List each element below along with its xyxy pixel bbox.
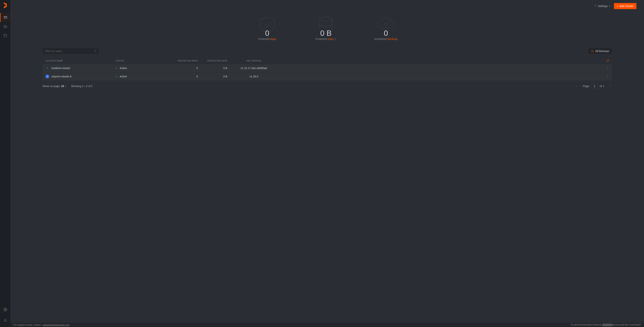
svg-rect-0 xyxy=(4,16,7,18)
status-text: Active xyxy=(120,75,127,78)
col-header-name[interactable]: CLUSTER NAME xyxy=(46,60,116,62)
info-icon[interactable]: ? xyxy=(334,38,336,40)
stat-protected-data: 0 B Protected Data? xyxy=(316,16,336,40)
svg-point-3 xyxy=(5,309,6,310)
stat-label: Protected Data? xyxy=(316,37,336,40)
support-email-link[interactable]: pxbaas@purestorage.com xyxy=(42,324,69,326)
svg-point-6 xyxy=(320,17,332,21)
clusters-table: CLUSTER NAME STATUS PROTECTED APPS PROTE… xyxy=(42,57,612,80)
rows-label: Rows on page: xyxy=(42,85,60,88)
page-header: Settings ▾ + Add Cluster xyxy=(10,0,644,12)
cloud-upload-icon xyxy=(591,49,594,53)
svg-line-8 xyxy=(96,51,96,52)
svg-text:aws: aws xyxy=(46,67,48,68)
more-icon[interactable]: ⋮ xyxy=(606,66,609,70)
page-last-button[interactable]: » xyxy=(610,85,612,88)
database-icon xyxy=(316,16,336,33)
nav-settings[interactable] xyxy=(0,305,10,314)
stat-protected-apps: 0 Protected Apps xyxy=(257,16,278,40)
rows-per-page-select[interactable]: Rows on page: 10 ▾ xyxy=(42,85,66,88)
stat-label: Protected Apps xyxy=(258,37,276,40)
table-row[interactable]: aws testdrive-cluster ✓ Active 0 0 B v1.… xyxy=(42,64,612,72)
table-toolbar: All Backups xyxy=(42,48,612,54)
stat-scheduled-backups: 0 Scheduled Backups xyxy=(374,16,398,40)
settings-label: Settings xyxy=(598,4,608,7)
all-backups-button[interactable]: All Backups xyxy=(588,48,612,54)
stats-row: 0 Protected Apps 0 B Protected Data? 0 S… xyxy=(10,12,644,48)
chevron-down-icon: ▾ xyxy=(609,5,610,7)
refresh-icon[interactable] xyxy=(606,59,609,62)
cell-apps: 0 xyxy=(168,67,198,70)
sidebar-nav xyxy=(0,0,10,327)
filter-search-box[interactable] xyxy=(42,48,99,54)
aws-provider-icon: aws xyxy=(46,66,49,70)
page-first-button[interactable]: « xyxy=(575,85,578,88)
col-header-data[interactable]: PROTECTED DATA xyxy=(198,60,227,62)
chevron-down-icon: ▾ xyxy=(65,85,66,87)
add-cluster-label: Add Cluster xyxy=(620,4,634,7)
redacted-segment: XXXXX xyxy=(602,324,612,326)
page-input[interactable] xyxy=(591,83,598,89)
support-text: For support issues, contact : pxbaas@pur… xyxy=(14,324,69,326)
page-prev-button[interactable]: ‹ xyxy=(580,85,581,88)
cell-version: v1.22.17-eks-a5565ad xyxy=(227,67,280,70)
filter-input[interactable] xyxy=(45,49,94,53)
nav-applications[interactable] xyxy=(0,31,10,40)
logo xyxy=(3,1,8,9)
search-icon xyxy=(94,49,96,53)
cell-version: v1.26.0 xyxy=(227,75,280,78)
more-icon[interactable]: ⋮ xyxy=(606,74,609,78)
col-header-status[interactable]: STATUS xyxy=(116,60,168,62)
nav-backups[interactable] xyxy=(0,22,10,31)
cell-data: 0 B xyxy=(198,67,227,70)
page-total: of 1 xyxy=(600,85,604,88)
svg-point-4 xyxy=(4,319,6,321)
col-header-version[interactable]: K8S VERSION xyxy=(227,60,280,62)
nav-user[interactable] xyxy=(0,316,10,325)
table-header-row: CLUSTER NAME STATUS PROTECTED APPS PROTE… xyxy=(42,57,612,64)
cluster-name: testdrive-cluster xyxy=(52,67,70,70)
shield-check-icon xyxy=(257,16,278,33)
stat-label: Scheduled Backups xyxy=(374,37,398,40)
svg-point-5 xyxy=(595,5,596,6)
k8s-provider-icon xyxy=(46,74,49,78)
add-cluster-button[interactable]: + Add Cluster xyxy=(614,3,636,9)
check-icon: ✓ xyxy=(116,67,118,70)
cell-data: 0 B xyxy=(198,75,227,78)
settings-dropdown[interactable]: Settings ▾ xyxy=(594,4,610,7)
svg-point-7 xyxy=(94,50,96,51)
svg-point-11 xyxy=(47,76,48,77)
showing-text: Showing 1—2 of 2 xyxy=(71,85,92,88)
cloud-upload-icon xyxy=(376,16,396,33)
cell-apps: 0 xyxy=(168,75,198,78)
plus-icon: + xyxy=(617,4,618,7)
col-header-apps[interactable]: PROTECTED APPS xyxy=(168,60,198,62)
pagination-row: Rows on page: 10 ▾ Showing 1—2 of 2 « ‹ … xyxy=(42,83,612,89)
cluster-name: onprem-cluster-6 xyxy=(52,75,72,78)
table-row[interactable]: onprem-cluster-6 ✓ Active 0 0 B v1.26.0 … xyxy=(42,72,612,80)
page-next-button[interactable]: › xyxy=(606,85,608,88)
footer-bar: For support issues, contact : pxbaas@pur… xyxy=(10,323,644,327)
status-text: Active xyxy=(120,67,127,70)
nav-clusters[interactable] xyxy=(0,13,10,22)
gear-icon xyxy=(594,4,597,7)
all-backups-label: All Backups xyxy=(595,49,609,53)
rows-value: 10 xyxy=(61,85,64,88)
check-icon: ✓ xyxy=(116,75,118,78)
host-identifier: PX-BACKUP.PURESTORAGE-XXXXXBAAS19-88768-… xyxy=(571,324,641,326)
page-label: Page xyxy=(583,85,589,88)
